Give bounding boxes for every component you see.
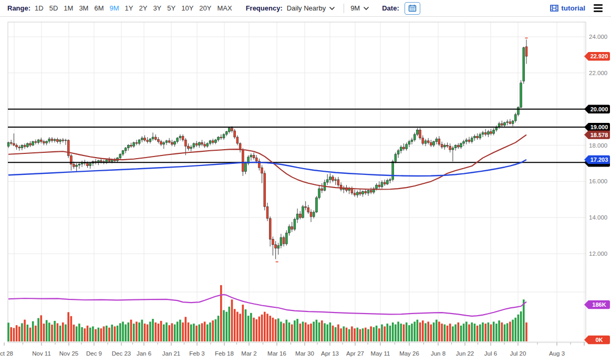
volume-bar — [400, 324, 402, 341]
x-axis-label: May 11 — [371, 350, 390, 357]
candle — [285, 230, 287, 245]
range-option-20y[interactable]: 20Y — [199, 4, 211, 12]
volume-bar — [307, 325, 309, 341]
volume-bar — [275, 319, 277, 341]
volume-bar — [59, 326, 61, 341]
volume-bar — [100, 328, 102, 341]
hamburger-menu-icon[interactable] — [593, 3, 604, 13]
volume-bar — [188, 323, 190, 341]
volume-bar — [392, 323, 394, 341]
svg-text:18.578: 18.578 — [591, 132, 608, 138]
chevron-down-icon — [363, 6, 369, 11]
range-option-max[interactable]: MAX — [217, 4, 232, 12]
volume-bar — [24, 320, 26, 341]
volume-bar — [357, 328, 359, 341]
date-picker-button[interactable] — [405, 2, 420, 15]
volume-bar — [335, 327, 337, 341]
volume-bar — [506, 323, 509, 341]
candle — [51, 137, 53, 142]
candle — [182, 134, 184, 142]
price-badge: 22.920 — [584, 52, 610, 60]
candle — [465, 138, 468, 144]
candlesticks — [7, 39, 527, 259]
candle — [471, 136, 473, 143]
volume-bar — [261, 315, 263, 341]
range-option-6m[interactable]: 6M — [94, 4, 103, 12]
volume-bar — [376, 326, 378, 341]
x-axis-label: Feb 3 — [189, 350, 204, 357]
volume-bar — [397, 321, 399, 341]
price-volume-chart[interactable]: 22.92020.00019.00018.57817.203186K0K24.0… — [0, 0, 611, 364]
volume-bar — [165, 323, 168, 341]
candle — [359, 190, 361, 196]
volume-bar — [236, 312, 239, 341]
candle — [501, 121, 503, 127]
candle — [147, 137, 149, 143]
volume-bar — [247, 316, 250, 341]
plot-border — [8, 22, 586, 342]
candle — [215, 139, 217, 144]
candle — [40, 138, 42, 143]
volume-bar — [436, 320, 438, 341]
range-option-9m[interactable]: 9M — [110, 4, 119, 12]
volume-bar — [370, 326, 372, 341]
candle — [408, 140, 410, 147]
volume-bar — [125, 325, 127, 341]
range-option-5d[interactable]: 5D — [49, 4, 58, 12]
candle — [154, 134, 157, 141]
range-option-3y[interactable]: 3Y — [153, 4, 161, 12]
volume-bar — [329, 323, 332, 341]
candle — [179, 134, 181, 141]
candle — [488, 130, 490, 137]
volume-bar — [89, 328, 91, 341]
candle — [389, 178, 391, 183]
candle — [417, 128, 419, 136]
range-option-10y[interactable]: 10Y — [181, 4, 193, 12]
volume-bar — [354, 328, 356, 341]
x-axis-label: Jan 6 — [137, 350, 151, 357]
range-option-1d[interactable]: 1D — [35, 4, 44, 12]
range-option-5y[interactable]: 5Y — [167, 4, 175, 12]
svg-text:20.000: 20.000 — [591, 106, 608, 112]
volume-bar — [37, 318, 39, 341]
tutorial-link[interactable]: tutorial — [550, 4, 585, 12]
candle — [512, 120, 514, 126]
candle — [48, 137, 50, 143]
candle — [136, 140, 138, 145]
volume-bar — [255, 319, 257, 341]
volume-bar — [452, 326, 454, 341]
volume-bar — [18, 327, 20, 341]
candle — [67, 140, 69, 158]
range-option-3m[interactable]: 3M — [79, 4, 88, 12]
volume-bar — [517, 315, 520, 341]
gridlines — [8, 22, 586, 342]
candle — [141, 136, 143, 142]
open-interest-line — [8, 295, 526, 316]
price-badge: 18.578 — [584, 130, 610, 139]
candle — [299, 211, 301, 220]
range-option-1m[interactable]: 1M — [64, 4, 73, 12]
period-dropdown[interactable]: 9M — [350, 4, 369, 12]
tutorial-video-icon — [550, 5, 558, 12]
x-axis-label: Jun 22 — [456, 350, 474, 357]
volume-bar — [29, 328, 32, 341]
date-label: Date: — [382, 4, 399, 12]
svg-text:0K: 0K — [595, 337, 603, 343]
candle — [351, 186, 353, 195]
x-axis-label: Aug 3 — [549, 350, 565, 357]
frequency-dropdown[interactable]: Daily Nearby — [287, 4, 335, 12]
range-option-1y[interactable]: 1Y — [125, 4, 133, 12]
volume-bar — [458, 323, 460, 341]
volume-bar — [209, 323, 211, 341]
volume-bar — [288, 323, 291, 341]
volume-bar — [321, 320, 323, 341]
volume-bar — [471, 323, 473, 341]
candle — [269, 216, 271, 246]
chevron-down-icon — [329, 6, 335, 11]
range-option-2y[interactable]: 2Y — [139, 4, 147, 12]
volume-bar — [291, 325, 293, 341]
candle — [250, 153, 252, 161]
volume-bar — [427, 321, 429, 341]
candle — [13, 133, 15, 146]
volume-bar — [231, 299, 233, 341]
